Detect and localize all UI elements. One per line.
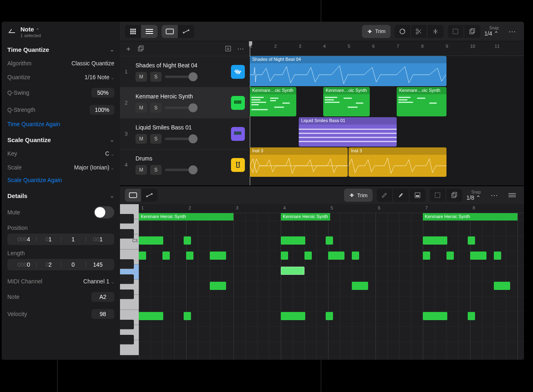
region-audio[interactable]: Inst 3 <box>349 147 446 177</box>
algorithm-value[interactable]: Classic Quantize <box>71 60 114 67</box>
details-header[interactable]: Details⌄ <box>7 188 114 203</box>
region-midi[interactable]: Kenmare…oic Synth <box>397 87 446 116</box>
position-field[interactable]: 0004 01 1 001 <box>7 234 114 245</box>
midi-note[interactable] <box>328 252 344 260</box>
track-row[interactable]: 3 Liquid Smiles Bass 01 M S <box>120 118 249 149</box>
region-view-button[interactable] <box>162 25 178 38</box>
track-more-button[interactable]: ⋯ <box>237 45 244 53</box>
region-midi[interactable]: Kenmare…oic Synth <box>250 87 296 116</box>
editor-trim-button[interactable]: Trim <box>344 189 373 202</box>
editor-marquee-button[interactable] <box>430 189 446 202</box>
solo-button[interactable]: S <box>150 72 162 82</box>
midi-note[interactable] <box>186 252 193 260</box>
note-value[interactable]: A2 <box>91 292 114 302</box>
solo-button[interactable]: S <box>150 103 162 113</box>
pencil-tool-button[interactable] <box>377 189 393 202</box>
midi-note[interactable] <box>281 252 288 260</box>
scale-quantize-header[interactable]: Scale Quantize⌄ <box>7 132 114 147</box>
editor-snap-selector[interactable]: Snap 1/8 ⌃ <box>466 190 483 201</box>
midi-note[interactable] <box>326 236 333 245</box>
time-quantize-again-link[interactable]: Time Quantize Again <box>7 118 114 132</box>
volume-slider[interactable] <box>165 107 197 109</box>
mute-button[interactable]: M <box>135 165 147 175</box>
midi-note[interactable] <box>281 312 305 320</box>
qswing-value[interactable]: 50% <box>91 88 114 98</box>
track-icon[interactable] <box>231 158 245 172</box>
scale-value[interactable]: Major (Ionian) <box>74 164 114 171</box>
split-tool-button[interactable] <box>427 25 444 38</box>
key-value[interactable]: C <box>105 150 114 157</box>
velocity-tool-button[interactable] <box>409 189 426 202</box>
midi-note[interactable] <box>184 312 191 320</box>
region-midi[interactable]: Liquid Smiles Bass 01 <box>299 117 397 147</box>
track-icon[interactable] <box>231 96 245 110</box>
editor-more-button[interactable]: ⋯ <box>487 189 501 202</box>
timeline-ruler[interactable]: 1234567891011 <box>249 41 524 56</box>
length-field[interactable]: 0000 02 0 145 <box>7 259 114 270</box>
quantize-value[interactable]: 1/16 Note <box>84 74 114 80</box>
track-icon[interactable] <box>231 65 245 79</box>
trim-tool-button[interactable]: Trim <box>362 25 391 38</box>
track-row[interactable]: 4 Drums M S <box>120 149 249 180</box>
piano-key-black[interactable] <box>120 335 134 345</box>
midi-note[interactable] <box>352 282 368 290</box>
midi-note[interactable] <box>139 312 163 320</box>
track-row[interactable]: 2 Kenmare Heroic Synth M S <box>120 87 249 118</box>
automation-view-button[interactable] <box>178 25 194 38</box>
marquee-tool-button[interactable] <box>448 25 464 38</box>
midi-note[interactable] <box>326 312 333 320</box>
midi-note[interactable] <box>468 236 475 245</box>
midi-note[interactable] <box>468 312 475 320</box>
midi-note[interactable] <box>281 236 305 245</box>
scale-quantize-again-link[interactable]: Scale Quantize Again <box>7 174 114 188</box>
editor-menu-icon[interactable] <box>505 189 519 202</box>
midi-note[interactable] <box>139 252 146 260</box>
view-list-button[interactable] <box>141 25 158 38</box>
qstrength-value[interactable]: 100% <box>90 105 114 115</box>
editor-automation-view-button[interactable] <box>141 189 158 202</box>
editor-region-view-button[interactable] <box>125 189 141 202</box>
midi-note[interactable] <box>139 236 163 245</box>
add-track-button[interactable]: ＋ <box>125 44 132 53</box>
region-audio[interactable]: Shades of Night Beat 04 <box>250 56 446 86</box>
mute-button[interactable]: M <box>135 134 147 144</box>
arrange-timeline[interactable]: 1234567891011 Shades of Night Beat 04 Ke… <box>249 41 524 185</box>
scissors-tool-button[interactable] <box>411 25 427 38</box>
duplicate-track-button[interactable] <box>138 45 144 52</box>
midi-note[interactable] <box>210 252 226 260</box>
piano-key-black[interactable] <box>120 320 134 330</box>
more-menu-button[interactable]: ⋯ <box>505 25 519 38</box>
midi-note[interactable] <box>423 236 447 245</box>
piano-keyboard[interactable]: C3 <box>120 204 139 360</box>
midi-channel-value[interactable]: Channel 1 <box>83 278 114 285</box>
volume-slider[interactable] <box>165 76 197 78</box>
midi-note[interactable] <box>184 236 191 245</box>
brush-tool-button[interactable] <box>393 189 409 202</box>
midi-note[interactable] <box>423 252 430 260</box>
volume-slider[interactable] <box>165 169 197 171</box>
midi-note[interactable] <box>494 282 510 290</box>
view-grid-button[interactable] <box>125 25 141 38</box>
back-button[interactable] <box>7 28 16 36</box>
piano-key-black[interactable] <box>120 274 134 284</box>
copy-tool-button[interactable] <box>464 25 480 38</box>
time-quantize-header[interactable]: Time Quantize⌄ <box>7 42 114 56</box>
midi-note[interactable] <box>423 312 447 320</box>
mute-button[interactable]: M <box>135 103 147 113</box>
editor-region-header[interactable]: Kenmare Heroic Synth <box>139 213 233 220</box>
loop-tool-button[interactable] <box>395 25 411 38</box>
track-row[interactable]: 1 Shades of Night Beat 04 M S <box>120 56 249 87</box>
midi-note[interactable] <box>494 252 501 260</box>
volume-slider[interactable] <box>165 138 197 140</box>
midi-note[interactable] <box>304 252 312 260</box>
midi-note[interactable] <box>446 252 454 260</box>
piano-key-black[interactable] <box>120 259 134 269</box>
inspector-title[interactable]: Note <box>20 26 34 33</box>
midi-note[interactable] <box>281 267 304 275</box>
region-midi[interactable]: Kenmare…oic Synth <box>323 87 370 116</box>
piano-key-black[interactable] <box>120 290 134 299</box>
editor-copy-button[interactable] <box>446 189 462 202</box>
piano-roll-grid[interactable]: 12345678 Kenmare Heroic SynthKenmare Her… <box>139 204 524 360</box>
region-audio[interactable]: Inst 3 <box>250 147 348 177</box>
editor-region-header[interactable]: Kenmare Heroic Synth <box>281 213 330 220</box>
